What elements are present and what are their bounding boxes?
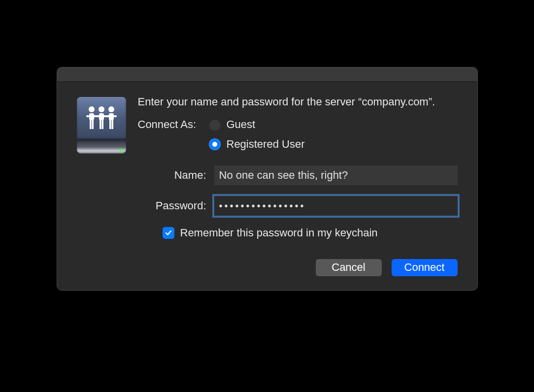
svg-point-1 bbox=[99, 106, 104, 112]
button-row: Cancel Connect bbox=[138, 259, 458, 276]
drive-body bbox=[77, 97, 126, 139]
name-field-row: Name: bbox=[138, 165, 458, 185]
network-drive-icon bbox=[77, 97, 126, 154]
remember-checkbox-row[interactable]: Remember this password in my keychain bbox=[163, 227, 458, 239]
radio-guest-label: Guest bbox=[227, 118, 256, 131]
name-label: Name: bbox=[138, 169, 214, 182]
connect-as-row: Connect As: Guest Registered User bbox=[138, 118, 458, 151]
svg-rect-6 bbox=[90, 119, 92, 129]
server-auth-dialog: Enter your name and password for the ser… bbox=[57, 67, 478, 291]
cancel-button[interactable]: Cancel bbox=[316, 259, 382, 276]
svg-rect-15 bbox=[103, 115, 109, 117]
svg-rect-11 bbox=[111, 119, 113, 129]
password-dots: •••••••••••••••• bbox=[219, 200, 306, 211]
password-input[interactable]: •••••••••••••••• bbox=[214, 196, 458, 216]
remember-label: Remember this password in my keychain bbox=[180, 227, 378, 239]
svg-rect-9 bbox=[101, 119, 103, 129]
name-input[interactable] bbox=[214, 165, 458, 185]
radio-guest[interactable]: Guest bbox=[209, 118, 305, 131]
svg-point-2 bbox=[108, 106, 114, 112]
svg-rect-4 bbox=[99, 113, 104, 120]
svg-rect-13 bbox=[114, 115, 117, 117]
radio-registered-user[interactable]: Registered User bbox=[209, 138, 305, 151]
dialog-content: Enter your name and password for the ser… bbox=[57, 82, 477, 290]
drive-light-icon bbox=[120, 149, 122, 152]
svg-rect-14 bbox=[94, 115, 100, 117]
connect-button[interactable]: Connect bbox=[392, 259, 458, 276]
svg-rect-7 bbox=[92, 119, 94, 129]
connect-as-label: Connect As: bbox=[138, 118, 209, 131]
form-column: Enter your name and password for the ser… bbox=[138, 95, 458, 276]
svg-rect-12 bbox=[86, 115, 89, 117]
svg-rect-10 bbox=[109, 119, 111, 129]
connect-as-radio-group: Guest Registered User bbox=[209, 118, 305, 151]
drive-base bbox=[77, 139, 126, 154]
password-field-row: Password: •••••••••••••••• bbox=[138, 196, 458, 216]
password-label: Password: bbox=[138, 199, 214, 212]
dialog-titlebar[interactable] bbox=[57, 67, 477, 82]
remember-checkbox bbox=[163, 227, 174, 239]
svg-rect-3 bbox=[89, 113, 94, 120]
radio-circle-icon bbox=[209, 119, 221, 131]
svg-rect-5 bbox=[109, 113, 114, 120]
svg-rect-8 bbox=[100, 119, 101, 129]
icon-column bbox=[77, 95, 126, 276]
svg-point-0 bbox=[89, 106, 95, 112]
checkmark-icon bbox=[165, 229, 172, 237]
radio-circle-selected-icon bbox=[209, 138, 221, 150]
radio-registered-label: Registered User bbox=[227, 138, 305, 151]
prompt-text: Enter your name and password for the ser… bbox=[138, 95, 458, 109]
people-icon bbox=[84, 104, 119, 132]
